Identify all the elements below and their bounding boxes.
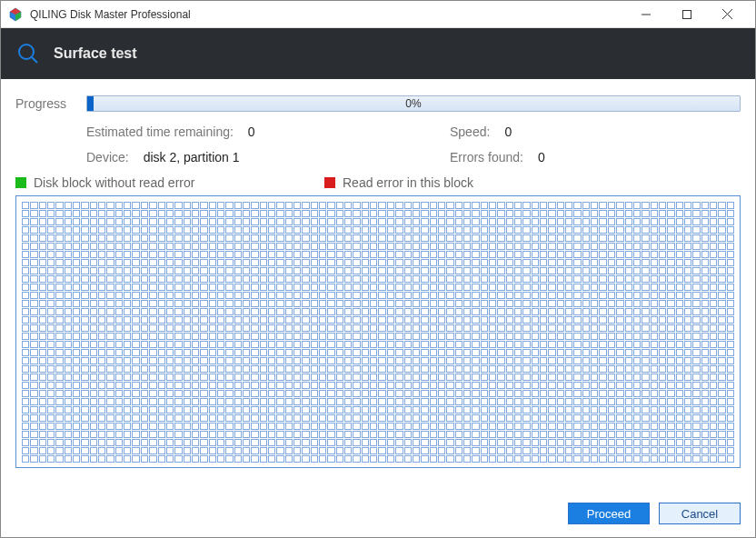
eta-label: Estimated time remaining: <box>86 125 234 139</box>
eta-value: 0 <box>248 125 255 139</box>
speed-value: 0 <box>504 125 512 139</box>
cancel-button[interactable]: Cancel <box>659 503 741 524</box>
legend: Disk block without read error Read error… <box>15 175 741 190</box>
errors-label: Errors found: <box>450 150 523 164</box>
legend-err-label: Read error in this block <box>343 175 473 190</box>
proceed-button[interactable]: Proceed <box>568 503 650 524</box>
header-band: Surface test <box>1 28 755 79</box>
progress-row: Progress 0% <box>15 95 741 112</box>
footer-buttons: Proceed Cancel <box>568 503 741 524</box>
svg-line-8 <box>32 57 37 63</box>
surface-test-icon <box>15 41 41 66</box>
svg-rect-4 <box>682 10 691 18</box>
progress-bar: 0% <box>86 95 741 112</box>
app-icon <box>8 7 23 22</box>
errors-value: 0 <box>538 150 545 164</box>
svg-point-7 <box>19 45 34 59</box>
content-area: Progress 0% Estimated time remaining: 0 … <box>1 79 755 468</box>
window-controls <box>625 1 748 28</box>
device-label: Device: <box>86 150 129 164</box>
close-button[interactable] <box>707 1 748 28</box>
info-row-2: Device: disk 2, partition 1 Errors found… <box>15 150 741 164</box>
maximize-button[interactable] <box>666 1 707 28</box>
page-title: Surface test <box>54 45 137 62</box>
window-title: QILING Disk Master Professional <box>30 8 625 21</box>
block-grid <box>15 195 741 468</box>
minimize-button[interactable] <box>625 1 666 28</box>
progress-percent: 0% <box>87 96 740 111</box>
progress-label: Progress <box>15 96 86 111</box>
titlebar: QILING Disk Master Professional <box>1 1 755 28</box>
legend-ok-label: Disk block without read error <box>34 175 194 190</box>
legend-err-swatch <box>324 177 335 188</box>
speed-label: Speed: <box>450 125 490 139</box>
device-value: disk 2, partition 1 <box>144 150 240 164</box>
legend-ok-swatch <box>15 177 26 188</box>
info-row-1: Estimated time remaining: 0 Speed: 0 <box>15 125 741 139</box>
